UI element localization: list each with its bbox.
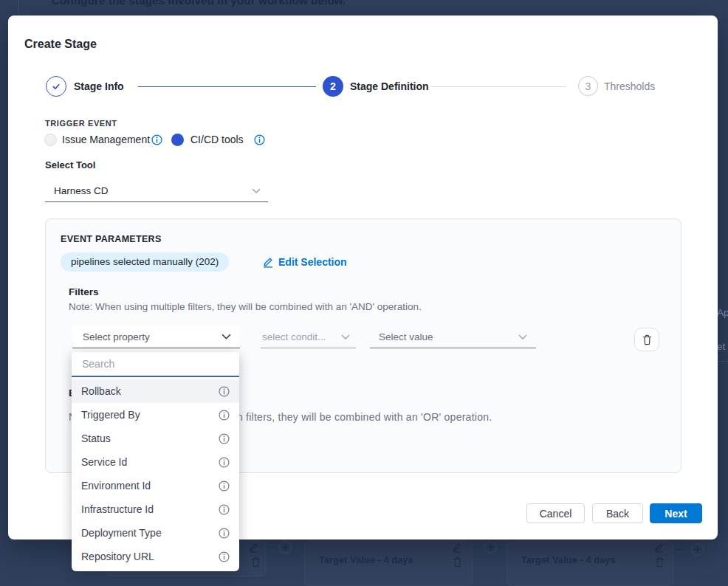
- trigger-event-label: TRIGGER EVENT: [45, 119, 117, 128]
- info-icon[interactable]: [219, 504, 230, 515]
- property-dropdown-popup: Rollback Triggered By Status Service Id …: [72, 352, 239, 571]
- dropdown-item-repository-url[interactable]: Repository URL: [72, 545, 239, 568]
- dropdown-list: Rollback Triggered By Status Service Id …: [72, 379, 239, 568]
- info-icon[interactable]: [219, 480, 230, 492]
- delete-stage-icon: [453, 556, 462, 568]
- dropdown-search-input[interactable]: [72, 352, 239, 377]
- property-select[interactable]: Select property: [72, 325, 240, 348]
- step-connector: [138, 86, 316, 87]
- connector-dash: [267, 547, 276, 548]
- filters-heading: Filters: [69, 286, 99, 297]
- dropdown-item-triggered-by[interactable]: Triggered By: [72, 403, 239, 427]
- step-stage-definition-label[interactable]: Stage Definition: [350, 76, 429, 97]
- delete-stage-icon: [251, 556, 261, 568]
- workflow-config-heading: Configure the stages involved in your wo…: [52, 0, 346, 7]
- condition-select-value: select condit...: [262, 331, 326, 342]
- condition-select[interactable]: select condit...: [261, 325, 356, 348]
- edit-selection-label: Edit Selection: [278, 256, 347, 268]
- background-text-fragment: Ap: [717, 307, 728, 318]
- dropdown-item-environment-id[interactable]: Environment Id: [72, 474, 239, 497]
- delete-stage-icon: [655, 556, 665, 568]
- modal-title: Create Stage: [24, 38, 97, 51]
- dropdown-item-label: Triggered By: [81, 409, 140, 421]
- dropdown-item-label: Repository URL: [81, 551, 154, 562]
- background-text-fragment: et: [717, 341, 725, 352]
- backdrop-divider: [18, 0, 19, 15]
- dropdown-item-label: Infrastructure Id: [81, 503, 154, 515]
- step-thresholds-circle[interactable]: 3: [578, 76, 598, 96]
- step-thresholds-label[interactable]: Thresholds: [604, 76, 655, 97]
- select-tool-label: Select Tool: [45, 159, 95, 170]
- step-stage-info-label[interactable]: Stage Info: [74, 76, 124, 97]
- step-number: 2: [330, 80, 336, 92]
- step-stage-definition-circle[interactable]: 2: [323, 76, 343, 97]
- dropdown-item-label: Service Id: [81, 456, 127, 468]
- chevron-down-icon: [518, 334, 527, 339]
- stage-card-title: Target Value - 4 days: [319, 555, 413, 565]
- info-icon[interactable]: [219, 386, 230, 397]
- edit-selection-link[interactable]: Edit Selection: [263, 256, 347, 268]
- info-icon[interactable]: [219, 457, 230, 468]
- stepper: Stage Info 2 Stage Definition 3 Threshol…: [8, 76, 718, 97]
- dropdown-item-service-id[interactable]: Service Id: [72, 450, 239, 474]
- cancel-button[interactable]: Cancel: [526, 503, 585, 523]
- tool-select[interactable]: Harness CD: [45, 180, 268, 202]
- event-parameters-heading: EVENT PARAMETERS: [61, 234, 162, 244]
- edit-stage-icon: [249, 542, 258, 553]
- back-button[interactable]: Back: [592, 503, 643, 523]
- info-icon[interactable]: [151, 134, 162, 145]
- value-select[interactable]: Select value: [370, 325, 536, 348]
- dropdown-item-label: Status: [81, 432, 111, 444]
- dropdown-item-label: Deployment Type: [81, 527, 162, 539]
- connector-dash: [295, 547, 304, 548]
- pipelines-selected-chip: pipelines selected manually (202): [61, 252, 229, 272]
- dropdown-item-status[interactable]: Status: [72, 427, 239, 450]
- info-icon[interactable]: [219, 433, 230, 444]
- tool-select-value: Harness CD: [54, 185, 109, 196]
- stage-card-title: Target Value - 4 days: [521, 555, 616, 565]
- radio-cicd-tools-label[interactable]: CI/CD tools: [190, 134, 244, 146]
- filters-note: Note: When using multiple filters, they …: [69, 301, 422, 312]
- dropdown-item-deployment-type[interactable]: Deployment Type: [72, 521, 239, 545]
- chevron-down-icon: [341, 334, 350, 339]
- step-number: 3: [586, 80, 591, 92]
- step-stage-info-circle[interactable]: [46, 76, 66, 97]
- dropdown-item-rollback[interactable]: Rollback: [72, 379, 239, 403]
- next-button[interactable]: Next: [650, 503, 702, 523]
- radio-cicd-tools[interactable]: [171, 134, 184, 146]
- background-dash-fragment: [718, 361, 728, 362]
- add-stage-button: [691, 543, 704, 556]
- check-icon: [51, 81, 61, 92]
- step-connector: [430, 86, 566, 87]
- add-stage-button: [484, 541, 497, 554]
- info-icon[interactable]: [254, 134, 265, 145]
- dropdown-item-label: Environment Id: [81, 480, 151, 492]
- pencil-icon: [263, 257, 273, 268]
- property-select-value: Select property: [83, 331, 150, 342]
- edit-stage-icon: [452, 542, 461, 553]
- connector-dash: [677, 549, 686, 550]
- info-icon[interactable]: [219, 551, 230, 562]
- add-stage-button: [279, 541, 292, 554]
- trash-icon: [642, 334, 652, 345]
- radio-issue-management[interactable]: [44, 134, 57, 146]
- info-icon[interactable]: [219, 410, 230, 421]
- connector-dash: [474, 547, 483, 548]
- value-select-value: Select value: [379, 331, 433, 342]
- radio-issue-management-label[interactable]: Issue Management: [62, 134, 150, 146]
- delete-filter-button[interactable]: [634, 328, 659, 351]
- dropdown-item-label: Rollback: [81, 385, 121, 397]
- edit-stage-icon: [654, 542, 664, 553]
- info-icon[interactable]: [219, 528, 230, 539]
- chevron-down-icon: [252, 188, 261, 193]
- chevron-down-icon: [222, 334, 231, 339]
- dropdown-item-infrastructure-id[interactable]: Infrastructure Id: [72, 497, 239, 521]
